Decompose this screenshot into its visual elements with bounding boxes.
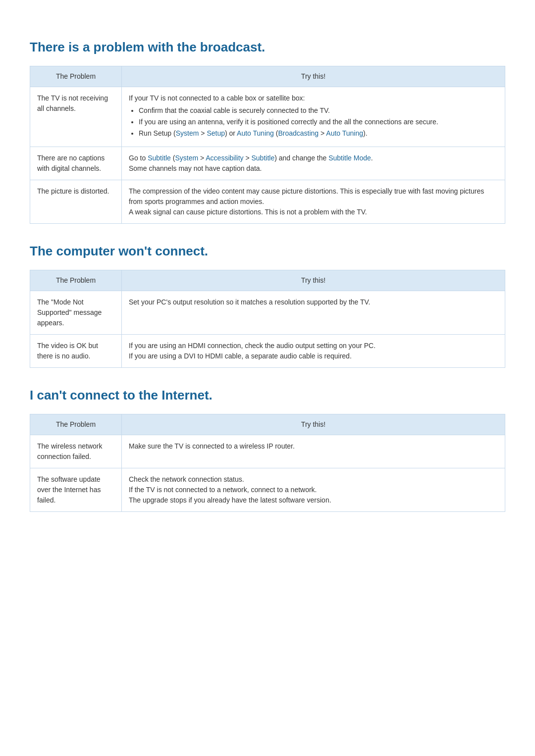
section-title-broadcast: There is a problem with the broadcast. [30, 38, 505, 57]
table-row: The TV is not receiving all channels. If… [30, 87, 505, 147]
subtitle-mode-link[interactable]: Subtitle Mode [328, 154, 371, 162]
table-row: The picture is distorted. The compressio… [30, 180, 505, 224]
table-row: There are no captions with digital chann… [30, 147, 505, 180]
problem-cell: The TV is not receiving all channels. [30, 87, 122, 147]
problem-cell: The "Mode Not Supported" message appears… [30, 291, 122, 335]
computer-col-try: Try this! [122, 270, 505, 291]
auto-tuning-link2[interactable]: Auto Tuning [326, 129, 363, 137]
computer-table: The Problem Try this! The "Mode Not Supp… [30, 270, 505, 368]
broadcast-table: The Problem Try this! The TV is not rece… [30, 66, 505, 224]
try-cell: Check the network connection status. If … [122, 468, 505, 512]
broadcast-col-problem: The Problem [30, 66, 122, 87]
list-item: Run Setup (System > Setup) or Auto Tunin… [139, 128, 498, 139]
table-row: The software update over the Internet ha… [30, 468, 505, 512]
accessibility-link[interactable]: Accessibility [206, 154, 243, 162]
try-cell: Go to Subtitle (System > Accessibility >… [122, 147, 505, 180]
try-cell: If you are using an HDMI connection, che… [122, 335, 505, 368]
auto-tuning-link[interactable]: Auto Tuning [237, 129, 274, 137]
computer-col-problem: The Problem [30, 270, 122, 291]
try-cell: Set your PC's output resolution so it ma… [122, 291, 505, 335]
internet-col-problem: The Problem [30, 414, 122, 435]
table-row: The wireless network connection failed. … [30, 435, 505, 468]
list-item: If you are using an antenna, verify it i… [139, 117, 498, 127]
problem-cell: There are no captions with digital chann… [30, 147, 122, 180]
problem-cell: The wireless network connection failed. [30, 435, 122, 468]
internet-col-try: Try this! [122, 414, 505, 435]
system-link[interactable]: System [176, 129, 199, 137]
internet-table: The Problem Try this! The wireless netwo… [30, 414, 505, 512]
try-cell: The compression of the video content may… [122, 180, 505, 224]
setup-link[interactable]: Setup [207, 129, 225, 137]
problem-cell: The picture is distorted. [30, 180, 122, 224]
broadcast-col-try: Try this! [122, 66, 505, 87]
section-title-internet: I can't connect to the Internet. [30, 386, 505, 405]
table-row: The video is OK but there is no audio. I… [30, 335, 505, 368]
try-cell: Make sure the TV is connected to a wirel… [122, 435, 505, 468]
section-title-computer: The computer won't connect. [30, 242, 505, 261]
system-link2[interactable]: System [175, 154, 198, 162]
problem-cell: The software update over the Internet ha… [30, 468, 122, 512]
subtitle-link2[interactable]: Subtitle [252, 154, 275, 162]
subtitle-link[interactable]: Subtitle [148, 154, 171, 162]
problem-cell: The video is OK but there is no audio. [30, 335, 122, 368]
list-item: Confirm that the coaxial cable is secure… [139, 105, 498, 116]
table-row: The "Mode Not Supported" message appears… [30, 291, 505, 335]
try-cell: If your TV is not connected to a cable b… [122, 87, 505, 147]
broadcasting-link[interactable]: Broadcasting [278, 129, 319, 137]
